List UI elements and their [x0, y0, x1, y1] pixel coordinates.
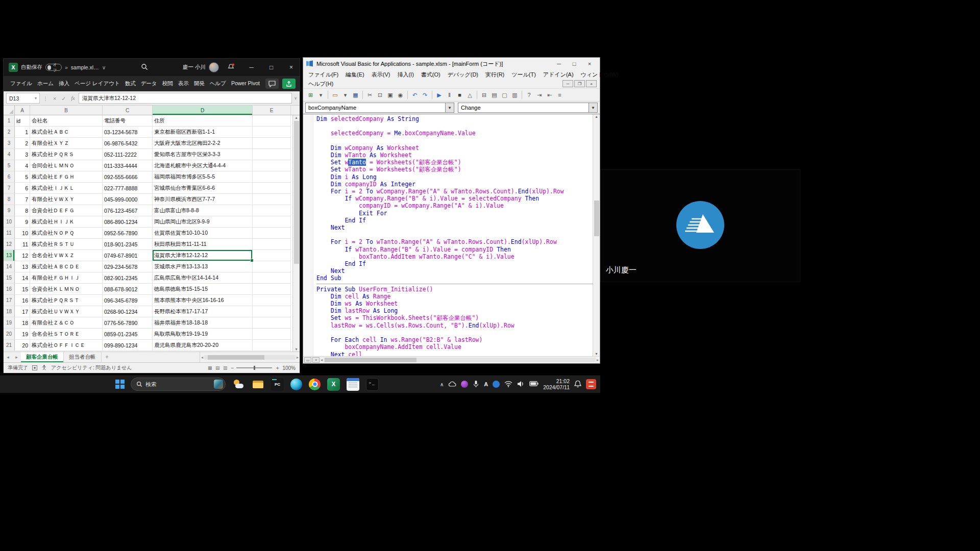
row-header-18[interactable]: 18 — [4, 306, 15, 317]
zoom-slider-knob[interactable] — [254, 366, 255, 370]
redo-icon[interactable]: ↷ — [420, 90, 430, 100]
row-header-20[interactable]: 20 — [4, 329, 15, 340]
start-button[interactable] — [113, 378, 127, 391]
cell-C17[interactable]: 096-345-6789 — [103, 295, 153, 306]
cell-A2[interactable]: 1 — [15, 127, 30, 138]
cell-C1[interactable]: 電話番号 — [103, 115, 153, 127]
cell-E18[interactable] — [253, 306, 291, 317]
select-all-corner[interactable] — [4, 106, 15, 115]
cell-B6[interactable]: 株式会社ＥＦＧＨ — [30, 171, 103, 183]
outdent-icon[interactable]: ⇤ — [545, 90, 554, 100]
account-chip[interactable]: 慶一 小川 — [183, 62, 219, 72]
code-vertical-scrollbar[interactable]: ▴ ▾ — [593, 114, 600, 356]
code-line[interactable]: Dim lastRow As Long — [316, 307, 593, 314]
vba-maximize-button[interactable]: □ — [567, 59, 582, 69]
cell-E11[interactable] — [253, 228, 291, 239]
cell-E3[interactable] — [253, 138, 291, 149]
column-header-C[interactable]: C — [103, 106, 153, 115]
code-line[interactable]: Set wTanto = Worksheets("顧客企業台帳") — [316, 166, 593, 173]
cell-E12[interactable] — [253, 239, 291, 250]
cell-C21[interactable]: 099-890-1234 — [103, 340, 153, 351]
cell-C19[interactable]: 0776-56-7890 — [103, 317, 153, 329]
cell-E1[interactable] — [253, 115, 291, 127]
scroll-up-icon[interactable]: ▴ — [295, 115, 297, 120]
cell-A8[interactable]: 7 — [15, 194, 30, 205]
cell-A16[interactable]: 15 — [15, 284, 30, 295]
cell-B21[interactable]: 株式会社ＯＦＦＩＣＥ — [30, 340, 103, 351]
row-header-12[interactable]: 12 — [4, 239, 15, 250]
toolbox-icon[interactable]: ▥ — [510, 90, 520, 100]
cell-B11[interactable]: 株式会社ＮＯＰＱ — [30, 228, 103, 239]
qat-overflow-chevron-icon[interactable]: » — [65, 64, 68, 70]
undo-icon[interactable]: ↶ — [410, 90, 420, 100]
sheet-tab-顧客企業台帳[interactable]: 顧客企業台帳 — [21, 352, 64, 362]
copy-icon[interactable]: ⊡ — [375, 90, 385, 100]
taskbar-terminal-icon[interactable] — [366, 378, 379, 391]
code-pane[interactable]: Dim selectedCompany As String selectedCo… — [313, 114, 593, 356]
sheet-nav-right-icon[interactable]: ▸ — [12, 352, 21, 362]
code-line[interactable] — [316, 137, 593, 144]
row-header-11[interactable]: 11 — [4, 228, 15, 239]
cell-C6[interactable]: 092-555-6666 — [103, 171, 153, 183]
taskbar-excel-icon[interactable] — [327, 378, 340, 391]
cell-D9[interactable]: 富山県富山市8-8-8 — [153, 205, 253, 216]
row-header-10[interactable]: 10 — [4, 216, 15, 228]
object-dropdown[interactable]: boxCompanyName ▼ — [305, 103, 454, 113]
cell-D10[interactable]: 岡山県岡山市北区9-9-9 — [153, 216, 253, 228]
zoom-out-icon[interactable]: − — [231, 365, 234, 371]
cell-C7[interactable]: 022-777-8888 — [103, 183, 153, 194]
help-icon[interactable]: ? — [524, 90, 534, 100]
zoom-level[interactable]: 100% — [282, 365, 296, 371]
formula-input[interactable]: 滋賀県大津市12-12-12 — [79, 93, 292, 104]
row-header-16[interactable]: 16 — [4, 284, 15, 295]
cell-D2[interactable]: 東京都新宿区西新宿1-1-1 — [153, 127, 253, 138]
object-browser-icon[interactable]: ▢ — [500, 90, 509, 100]
vertical-scroll-thumb[interactable] — [294, 121, 299, 264]
zoom-slider[interactable] — [236, 367, 272, 368]
formula-menu-icon[interactable]: ⋮ — [42, 95, 49, 102]
design-mode-icon[interactable]: △ — [465, 90, 475, 100]
cell-A5[interactable]: 4 — [15, 160, 30, 171]
code-hscroll-left-icon[interactable]: ◂ — [321, 358, 323, 362]
cell-A14[interactable]: 13 — [15, 261, 30, 272]
hscroll-left-icon[interactable]: ◂ — [201, 355, 203, 360]
cell-A19[interactable]: 18 — [15, 317, 30, 329]
view-caret-icon[interactable]: ▾ — [316, 90, 326, 100]
close-button[interactable]: × — [283, 59, 300, 76]
cell-C3[interactable]: 06-9876-5432 — [103, 138, 153, 149]
code-line[interactable] — [316, 329, 593, 336]
cell-B13[interactable]: 合名会社ＶＷＸＺ — [30, 250, 103, 261]
cell-A12[interactable]: 11 — [15, 239, 30, 250]
cell-B12[interactable]: 株式会社ＲＳＴＵ — [30, 239, 103, 250]
cancel-icon[interactable]: × — [51, 95, 58, 102]
insert-function-icon[interactable]: fx — [69, 95, 77, 101]
indent-icon[interactable]: ⇥ — [534, 90, 544, 100]
hscroll-right-icon[interactable]: ▸ — [297, 355, 299, 360]
taskbar-search[interactable]: 検索 — [131, 378, 226, 391]
hscroll-thumb[interactable] — [208, 355, 264, 360]
code-line[interactable] — [316, 231, 593, 238]
column-header-A[interactable]: A — [15, 106, 30, 115]
code-line[interactable]: Dim i As Long — [316, 173, 593, 181]
cell-B14[interactable]: 株式会社ＡＢＣＤＥ — [30, 261, 103, 272]
code-hscroll-track[interactable] — [324, 358, 596, 362]
sheet-nav-left-icon[interactable]: ◂ — [4, 352, 12, 362]
cell-D1[interactable]: 住所 — [153, 115, 253, 127]
cell-B1[interactable]: 会社名 — [30, 115, 103, 127]
insert-userform-icon[interactable]: ▭ — [330, 90, 340, 100]
cell-D19[interactable]: 福井県福井市18-18-18 — [153, 317, 253, 329]
code-scroll-down-icon[interactable]: ▾ — [595, 352, 597, 356]
cell-C13[interactable]: 0749-67-8901 — [103, 250, 153, 261]
minimize-button[interactable]: ─ — [243, 59, 260, 76]
child-minimize-button[interactable]: ─ — [562, 80, 573, 87]
cell-D3[interactable]: 大阪府大阪市北区梅田2-2-2 — [153, 138, 253, 149]
cell-D20[interactable]: 鳥取県鳥取市19-19-19 — [153, 329, 253, 340]
code-line[interactable]: Private Sub UserForm_Initialize() — [316, 286, 593, 293]
cell-D4[interactable]: 愛知県名古屋市中区栄3-3-3 — [153, 149, 253, 160]
ribbon-tab-2[interactable]: ホーム — [35, 79, 56, 89]
code-line[interactable]: lastRow = ws.Cells(ws.Rows.Count, "B").E… — [316, 322, 593, 329]
insert-caret-icon[interactable]: ▾ — [340, 90, 350, 100]
vba-menu-6[interactable]: デバッグ(D) — [444, 70, 482, 79]
cell-C8[interactable]: 045-999-0000 — [103, 194, 153, 205]
code-line[interactable]: Dim cell As Range — [316, 293, 593, 300]
